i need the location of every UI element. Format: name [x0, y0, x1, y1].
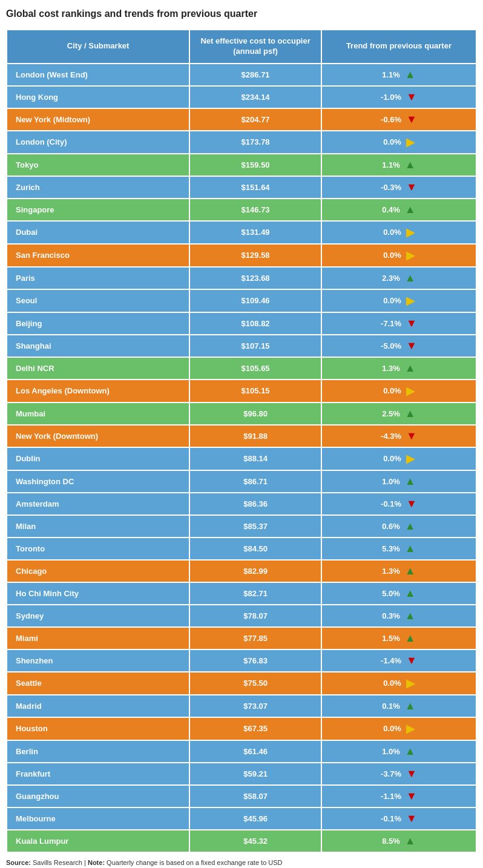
city-cell: Madrid: [7, 695, 189, 717]
table-row: Los Angeles (Downtown)$105.150.0%▶: [7, 380, 476, 402]
cost-cell: $129.58: [190, 245, 321, 266]
trend-cell: 0.0%▶: [322, 290, 476, 312]
arrow-down-icon: ▼: [406, 768, 417, 780]
trend-cell: 0.0%▶: [322, 672, 476, 694]
trend-cell: 0.4%▲: [322, 199, 476, 220]
arrow-right-icon: ▶: [406, 294, 415, 307]
city-cell: Shenzhen: [7, 650, 189, 671]
trend-cell: 1.3%▲: [322, 358, 476, 379]
trend-cell: 0.0%▶: [322, 222, 476, 243]
cost-cell: $105.15: [190, 380, 321, 402]
trend-cell: 1.5%▲: [322, 628, 476, 649]
trend-cell: -0.6%▼: [322, 109, 476, 130]
header-cost: Net effective cost to occupier (annual p…: [190, 30, 321, 63]
cost-cell: $286.71: [190, 64, 321, 85]
arrow-right-icon: ▶: [406, 249, 415, 262]
arrow-up-icon: ▲: [405, 610, 416, 622]
arrow-up-icon: ▲: [405, 362, 416, 375]
cost-cell: $59.21: [190, 763, 321, 784]
cost-cell: $78.07: [190, 605, 321, 626]
city-cell: Washington DC: [7, 471, 189, 492]
trend-value: 2.3%: [382, 274, 400, 283]
table-row: Madrid$73.070.1%▲: [7, 695, 476, 717]
cost-cell: $234.14: [190, 87, 321, 108]
city-cell: Shanghai: [7, 335, 189, 357]
city-cell: Houston: [7, 718, 189, 740]
arrow-down-icon: ▼: [406, 498, 417, 510]
table-row: Paris$123.682.3%▲: [7, 268, 476, 289]
arrow-right-icon: ▶: [406, 722, 415, 735]
trend-cell: 2.5%▲: [322, 403, 476, 424]
city-cell: London (City): [7, 131, 189, 153]
footer: Source: Savills Research | Note: Quarter…: [6, 859, 477, 866]
cost-cell: $76.83: [190, 650, 321, 671]
table-row: Toronto$84.505.3%▲: [7, 538, 476, 559]
city-cell: Delhi NCR: [7, 358, 189, 379]
city-cell: Berlin: [7, 741, 189, 762]
arrow-down-icon: ▼: [406, 812, 417, 825]
trend-cell: 0.1%▲: [322, 695, 476, 717]
cost-cell: $77.85: [190, 628, 321, 649]
arrow-up-icon: ▲: [405, 520, 416, 533]
city-cell: Frankfurt: [7, 763, 189, 784]
trend-value: 1.3%: [382, 567, 400, 576]
table-row: San Francisco$129.580.0%▶: [7, 245, 476, 266]
trend-cell: 5.0%▲: [322, 583, 476, 604]
cost-cell: $85.37: [190, 516, 321, 537]
trend-value: 0.0%: [383, 228, 401, 237]
trend-value: 5.0%: [382, 589, 400, 598]
city-cell: Tokyo: [7, 154, 189, 176]
arrow-down-icon: ▼: [406, 654, 417, 667]
trend-value: 1.0%: [382, 477, 400, 486]
arrow-up-icon: ▲: [405, 542, 416, 555]
trend-cell: -0.1%▼: [322, 808, 476, 829]
city-cell: Amsterdam: [7, 493, 189, 515]
trend-value: 0.0%: [383, 296, 401, 305]
arrow-right-icon: ▶: [406, 226, 415, 239]
cost-cell: $204.77: [190, 109, 321, 130]
trend-cell: -1.1%▼: [322, 786, 476, 807]
arrow-up-icon: ▲: [405, 272, 416, 284]
trend-value: -1.4%: [381, 656, 401, 665]
city-cell: Chicago: [7, 561, 189, 582]
trend-value: 0.6%: [382, 522, 400, 531]
cost-cell: $61.46: [190, 741, 321, 762]
trend-cell: 1.1%▲: [322, 154, 476, 176]
trend-cell: 0.6%▲: [322, 516, 476, 537]
trend-value: -4.3%: [381, 432, 401, 441]
cost-cell: $58.07: [190, 786, 321, 807]
cost-cell: $82.71: [190, 583, 321, 604]
trend-cell: 0.0%▶: [322, 245, 476, 266]
arrow-right-icon: ▶: [406, 384, 415, 398]
city-cell: San Francisco: [7, 245, 189, 266]
trend-cell: 1.0%▲: [322, 741, 476, 762]
trend-value: 0.0%: [383, 724, 401, 733]
trend-cell: 1.0%▲: [322, 471, 476, 492]
city-cell: New York (Midtown): [7, 109, 189, 130]
city-cell: Milan: [7, 516, 189, 537]
source-text: Savills Research: [33, 859, 82, 866]
table-row: Beijing$108.82-7.1%▼: [7, 313, 476, 334]
city-cell: Seattle: [7, 672, 189, 694]
cost-cell: $88.14: [190, 448, 321, 470]
cost-cell: $67.35: [190, 718, 321, 740]
note-text: Quarterly change is based on a fixed exc…: [107, 859, 282, 866]
trend-cell: -5.0%▼: [322, 335, 476, 357]
trend-cell: 1.3%▲: [322, 561, 476, 582]
trend-cell: 2.3%▲: [322, 268, 476, 289]
arrow-up-icon: ▲: [405, 587, 416, 600]
trend-cell: -4.3%▼: [322, 426, 476, 447]
trend-cell: -7.1%▼: [322, 313, 476, 334]
city-cell: Paris: [7, 268, 189, 289]
trend-value: 1.3%: [382, 364, 400, 373]
city-cell: Singapore: [7, 199, 189, 220]
arrow-up-icon: ▲: [405, 475, 416, 488]
table-row: Tokyo$159.501.1%▲: [7, 154, 476, 176]
arrow-down-icon: ▼: [406, 181, 417, 194]
city-cell: Kuala Lumpur: [7, 830, 189, 852]
cost-cell: $123.68: [190, 268, 321, 289]
table-row: Seattle$75.500.0%▶: [7, 672, 476, 694]
city-cell: Dubai: [7, 222, 189, 243]
city-cell: Mumbai: [7, 403, 189, 424]
city-cell: Seoul: [7, 290, 189, 312]
